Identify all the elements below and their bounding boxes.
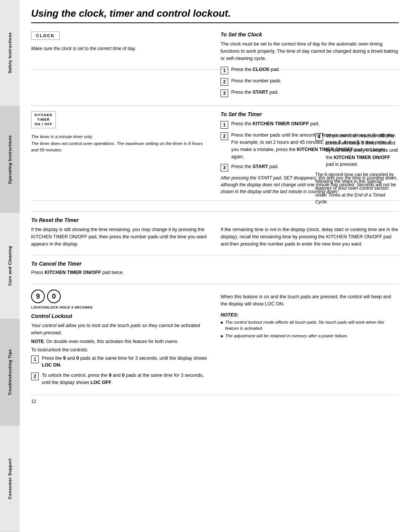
lock-pads-container: 9 0 [31, 290, 61, 303]
set-timer-heading: To Set the Timer [221, 111, 399, 117]
set-clock-steps-spacer [31, 66, 209, 100]
control-lockout-heading: Control Lockout [31, 313, 209, 319]
sidebar-label-care: Care and Cleaning [8, 246, 12, 286]
sidebar-label-troubleshooting: Troubleshooting Tips [8, 349, 12, 395]
timer-caption: The timer is a minute timer only. The ti… [31, 134, 209, 153]
reset-timer-section: To Reset the Timer If the display is sti… [31, 211, 399, 255]
page-number: 12 [31, 399, 399, 404]
timer-step-4: 4 When the timer reaches :00, the contro… [315, 132, 399, 168]
timer-step-3-text: Press the START pad. [231, 163, 279, 170]
lockout-note-1: ■ The control lockout mode affects all t… [221, 319, 399, 331]
lock-pad-label: LOCK/UNLOCK HOLD 3 SECONDS [31, 305, 93, 309]
sidebar-item-operating[interactable]: Operating Instructions [0, 106, 20, 212]
control-lockout-left: 9 0 LOCK/UNLOCK HOLD 3 SECONDS Control L… [31, 290, 209, 389]
set-clock-left: CLOCK Make sure the clock is set to the … [31, 31, 209, 64]
timer-step-1-num: 1 [221, 121, 228, 129]
page-title: Using the clock, timer and control locko… [31, 8, 399, 23]
control-lockout-section: 9 0 LOCK/UNLOCK HOLD 3 SECONDS Control L… [31, 284, 399, 395]
timer-6sec-note: The 6-second tone can be canceled by fol… [315, 171, 399, 205]
lockout-step-1: 1 Press the 9 and 0 pads at the same tim… [31, 355, 209, 369]
lockout-note-intro: NOTE: On double oven models, this activa… [31, 339, 209, 344]
set-clock-right: To Set the Clock The clock must be set t… [221, 31, 399, 64]
timer-step-1: 1 Press the KITCHEN TIMER ON/OFF pad. [221, 120, 399, 129]
set-clock-section: CLOCK Make sure the clock is set to the … [31, 26, 399, 70]
clock-step-3-num: 3 [221, 90, 228, 97]
clock-button-image: CLOCK [31, 31, 60, 40]
timer-step-4-container: 4 When the timer reaches :00, the contro… [315, 132, 399, 208]
reset-timer-left: To Reset the Timer If the display is sti… [31, 217, 209, 250]
sidebar-label-operating: Operating Instructions [8, 135, 12, 184]
set-clock-body: The clock must be set to the correct tim… [221, 41, 399, 62]
lockout-note-2-text: The adjustment will be retained in memor… [225, 333, 348, 339]
clock-step-3-text: Press the START pad. [231, 89, 279, 96]
lockout-step-1-num: 1 [31, 356, 39, 363]
set-clock-heading: To Set the Clock [221, 31, 399, 38]
lockout-right-text: When this feature is on and the touch pa… [221, 293, 399, 308]
timer-step-4-text: When the timer reaches :00, the control … [326, 132, 399, 168]
lockout-step-1-text: Press the 9 and 0 pads at the same time … [42, 355, 209, 369]
clock-step-3: 3 Press the START pad. [221, 89, 399, 97]
lockout-note-1-text: The control lockout mode affects all tou… [225, 319, 399, 331]
pad-0: 0 [47, 290, 61, 303]
sidebar-label-safety: Safety Instructions [8, 32, 12, 74]
kitchen-timer-image: KITCHEN TIMER ON / OFF [31, 111, 56, 128]
note-bullet-1: ■ [221, 320, 223, 325]
reset-timer-right-text: If the remaining time is not in the disp… [221, 226, 399, 247]
pad-9: 9 [31, 290, 45, 303]
timer-step-4-num: 4 [315, 133, 323, 141]
lockout-lock-label: To lock/unlock the controls: [31, 347, 209, 353]
lockout-note-2: ■ The adjustment will be retained in mem… [221, 333, 399, 339]
reset-timer-right: If the remaining time is not in the disp… [221, 217, 399, 250]
lock-pads-area: 9 0 LOCK/UNLOCK HOLD 3 SECONDS [31, 290, 209, 309]
set-timer-left: KITCHEN TIMER ON / OFF The timer is a mi… [31, 111, 209, 195]
control-lockout-right: When this feature is on and the touch pa… [221, 290, 399, 389]
main-content: Using the clock, timer and control locko… [20, 0, 410, 532]
reset-timer-heading: To Reset the Timer [31, 217, 209, 223]
clock-step-1-num: 1 [221, 67, 228, 74]
clock-step-1: 1 Press the CLOCK pad. [221, 66, 399, 74]
sidebar-item-care[interactable]: Care and Cleaning [0, 213, 20, 319]
sidebar-label-consumer: Consumer Support [8, 458, 12, 499]
sidebar: Safety Instructions Operating Instructio… [0, 0, 20, 532]
lockout-notes-heading: NOTES: [221, 312, 399, 318]
note-bullet-2: ■ [221, 334, 223, 339]
lockout-step-2-num: 2 [31, 373, 39, 380]
sidebar-item-consumer[interactable]: Consumer Support [0, 426, 20, 532]
cancel-timer-heading: To Cancel the Timer [31, 261, 399, 267]
set-clock-steps-row: 1 Press the CLOCK pad. 2 Press the numbe… [31, 66, 399, 106]
set-clock-steps: 1 Press the CLOCK pad. 2 Press the numbe… [221, 66, 399, 100]
clock-step-2-text: Press the number pads. [231, 77, 282, 85]
lockout-step-2-text: To unlock the control, press the 9 and 0… [42, 372, 209, 386]
cancel-timer-section: To Cancel the Timer Press KITCHEN TIMER … [31, 255, 399, 284]
clock-step-2-num: 2 [221, 78, 228, 86]
sidebar-item-safety[interactable]: Safety Instructions [0, 0, 20, 106]
clock-caption: Make sure the clock is set to the correc… [31, 45, 209, 52]
timer-step-2-num: 2 [221, 132, 228, 140]
timer-step-3-num: 3 [221, 164, 228, 172]
cancel-timer-text: Press KITCHEN TIMER ON/OFF pad twice. [31, 269, 399, 276]
clock-step-2: 2 Press the number pads. [221, 77, 399, 86]
lockout-step-2: 2 To unlock the control, press the 9 and… [31, 372, 209, 386]
reset-timer-left-text: If the display is still showing the time… [31, 226, 209, 247]
sidebar-item-troubleshooting[interactable]: Troubleshooting Tips [0, 319, 20, 425]
lockout-italic-intro: Your control will allow you to lock out … [31, 322, 209, 337]
timer-step-1-text: Press the KITCHEN TIMER ON/OFF pad. [231, 120, 320, 127]
clock-step-1-text: Press the CLOCK pad. [231, 66, 280, 73]
